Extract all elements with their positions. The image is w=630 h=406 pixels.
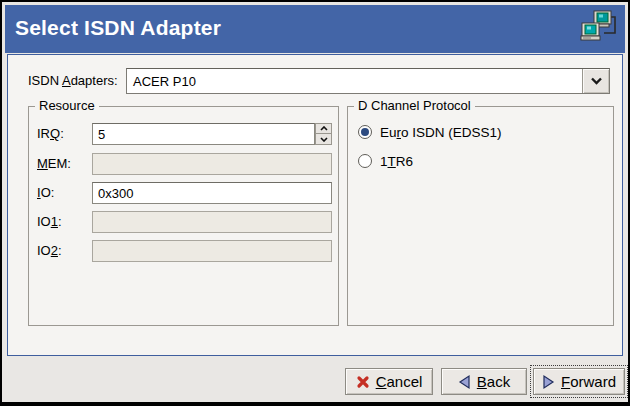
content-panel: ISDN Adapters: ACER P10 Resource IRQ:	[7, 54, 623, 356]
io1-label: IO1:	[37, 211, 85, 233]
irq-row: IRQ:	[37, 123, 332, 145]
mem-row: MEM:	[37, 153, 332, 175]
spin-up-button[interactable]	[315, 123, 332, 134]
cancel-x-icon	[356, 375, 370, 389]
isdn-adapter-dialog: { "window": { "title": "Select ISDN Adap…	[0, 0, 630, 406]
resource-group: Resource IRQ: MEM:	[28, 106, 339, 326]
d-channel-protocol-title: D Channel Protocol	[354, 98, 475, 113]
radio-1tr6[interactable]: 1TR6	[358, 152, 413, 170]
cancel-button[interactable]: Cancel	[345, 368, 433, 395]
radio-euro-isdn[interactable]: Euro ISDN (EDSS1)	[358, 123, 502, 141]
titlebar: Select ISDN Adapter	[5, 5, 625, 53]
chevron-down-icon	[320, 137, 328, 142]
d-channel-protocol-group: D Channel Protocol Euro ISDN (EDSS1) 1TR…	[347, 106, 614, 326]
combobox-selected-value: ACER P10	[127, 74, 582, 89]
io1-field	[92, 211, 332, 233]
chevron-up-icon	[320, 126, 328, 131]
io1-row: IO1:	[37, 211, 332, 233]
back-button[interactable]: Back	[441, 368, 527, 395]
mem-field	[92, 153, 332, 175]
combobox-dropdown-button[interactable]	[582, 69, 609, 93]
arrow-left-icon	[458, 374, 471, 390]
forward-button-label: Forward	[561, 373, 616, 390]
radio-1tr6-label: 1TR6	[380, 154, 413, 169]
isdn-adapters-combobox[interactable]: ACER P10	[126, 68, 610, 94]
isdn-adapters-label: ISDN Adapters:	[28, 68, 118, 94]
io-row: IO:	[37, 182, 332, 204]
cancel-button-label: Cancel	[376, 373, 423, 390]
irq-label: IRQ:	[37, 123, 85, 145]
arrow-right-icon	[542, 374, 555, 390]
io2-label: IO2:	[37, 240, 85, 262]
radio-button-icon[interactable]	[358, 125, 372, 139]
radio-button-icon[interactable]	[358, 154, 372, 168]
network-computers-icon	[579, 9, 619, 49]
irq-spinner[interactable]	[92, 123, 315, 145]
spin-down-button[interactable]	[315, 134, 332, 145]
io-field[interactable]	[92, 182, 332, 204]
io-label: IO:	[37, 182, 85, 204]
mem-label: MEM:	[37, 153, 85, 175]
resource-group-title: Resource	[35, 98, 99, 113]
page-title: Select ISDN Adapter	[15, 16, 221, 40]
window-chrome: Select ISDN Adapter ISDN Adapters: ACER …	[2, 2, 628, 402]
chevron-down-icon	[590, 77, 603, 85]
radio-euro-isdn-label: Euro ISDN (EDSS1)	[380, 125, 502, 140]
forward-button[interactable]: Forward	[533, 368, 625, 395]
io2-field	[92, 240, 332, 262]
irq-spinner-buttons	[315, 123, 332, 145]
io2-row: IO2:	[37, 240, 332, 262]
back-button-label: Back	[477, 373, 510, 390]
